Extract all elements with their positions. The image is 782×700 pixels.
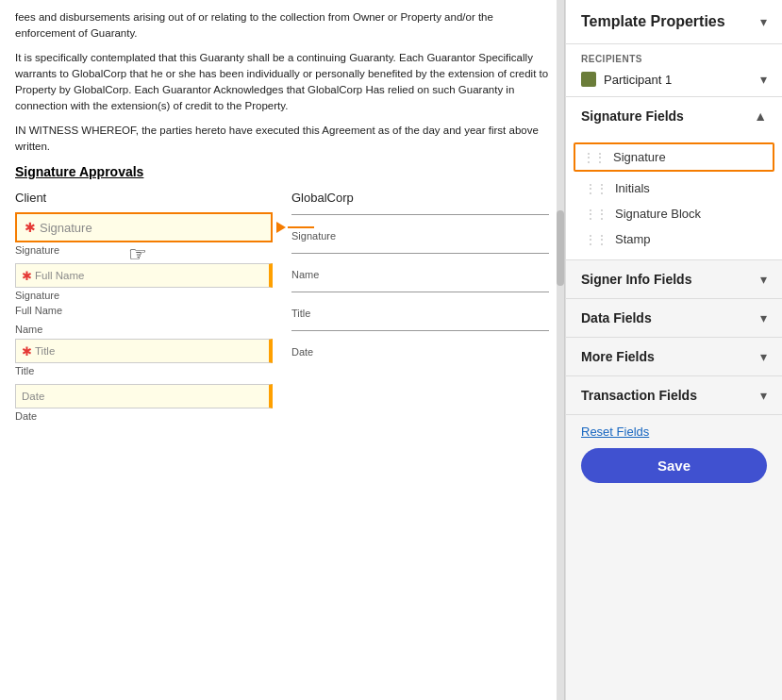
signer-info-header[interactable]: Signer Info Fields ▾ xyxy=(566,260,782,298)
asterisk-icon: ✱ xyxy=(25,220,36,235)
document-area: fees and disbursements arising out of or… xyxy=(0,0,565,700)
right-date-field xyxy=(291,328,549,331)
drag-handle-signature-block: ⋮⋮ xyxy=(585,208,607,221)
right-title-label: Title xyxy=(291,308,549,319)
signer-info-title: Signer Info Fields xyxy=(581,272,691,287)
data-fields-panel: Data Fields ▾ xyxy=(566,299,782,338)
section-title: Signature Approvals xyxy=(15,164,549,179)
data-fields-header[interactable]: Data Fields ▾ xyxy=(566,299,782,337)
doc-paragraph-1: fees and disbursements arising out of or… xyxy=(15,9,549,155)
recipient-color-swatch xyxy=(581,72,596,87)
signer-info-panel: Signer Info Fields ▾ xyxy=(566,260,782,299)
signer-info-chevron[interactable]: ▾ xyxy=(760,272,767,287)
recipient-chevron-icon[interactable]: ▾ xyxy=(760,72,767,87)
more-fields-panel: More Fields ▾ xyxy=(566,338,782,376)
data-fields-chevron[interactable]: ▾ xyxy=(760,310,767,325)
signature-fields-panel: Signature Fields ▲ ⋮⋮ Signature ⋮⋮ Initi… xyxy=(566,97,782,260)
right-sig-field xyxy=(291,212,549,215)
date-field[interactable]: Date xyxy=(15,384,273,408)
date-label: Date xyxy=(15,410,273,422)
recipient-info: Participant 1 xyxy=(581,72,672,87)
transaction-fields-chevron[interactable]: ▾ xyxy=(760,388,767,403)
name-label: Name xyxy=(15,324,273,335)
panel-header: Template Properties ▾ xyxy=(566,0,782,44)
recipient-name: Participant 1 xyxy=(604,73,672,87)
data-fields-title: Data Fields xyxy=(581,310,652,325)
transaction-fields-panel: Transaction Fields ▾ xyxy=(566,376,782,415)
sig-label-signature-block: Signature Block xyxy=(615,207,701,221)
drag-handle-signature: ⋮⋮ xyxy=(583,151,606,164)
right-name-field xyxy=(291,251,549,254)
more-fields-title: More Fields xyxy=(581,349,655,364)
right-sig-label: Signature xyxy=(291,230,549,242)
signature-placeholder: Signature xyxy=(40,221,92,235)
transaction-fields-header[interactable]: Transaction Fields ▾ xyxy=(566,376,782,414)
title-label: Title xyxy=(15,365,273,376)
recipients-label: RECIPIENTS xyxy=(581,54,767,64)
client-column: Client ✱ Signature ☞ Si xyxy=(15,191,273,429)
panel-chevron-icon[interactable]: ▾ xyxy=(760,14,767,29)
fullname-sub-label: Full Name xyxy=(15,305,273,316)
fullname-label: Signature xyxy=(15,290,273,301)
date-field-group: Date Date xyxy=(15,384,273,422)
date-placeholder: Date xyxy=(22,391,44,402)
globalcorp-col-header: GlobalCorp xyxy=(291,191,549,205)
signature-field-group: ✱ Signature ☞ Signature xyxy=(15,212,273,256)
right-panel: Template Properties ▾ RECIPIENTS Partici… xyxy=(565,0,782,700)
signature-fields-content: ⋮⋮ Signature ⋮⋮ Initials ⋮⋮ Signature Bl… xyxy=(566,135,782,259)
right-col-fields: Signature Name Title Date xyxy=(291,212,549,358)
signature-fields-header[interactable]: Signature Fields ▲ xyxy=(566,97,782,135)
title-asterisk: ✱ xyxy=(22,344,32,358)
fullname-asterisk: ✱ xyxy=(22,269,32,283)
scroll-thumb[interactable] xyxy=(557,210,564,286)
recipient-row[interactable]: Participant 1 ▾ xyxy=(581,72,767,87)
fullname-placeholder: Full Name xyxy=(35,270,84,281)
right-date-label: Date xyxy=(291,346,549,358)
drag-handle-stamp: ⋮⋮ xyxy=(585,233,607,246)
sig-item-signature-block[interactable]: ⋮⋮ Signature Block xyxy=(566,201,782,226)
globalcorp-column: GlobalCorp Signature Name Title Date xyxy=(291,191,549,429)
panel-title: Template Properties xyxy=(581,13,725,30)
recipients-section: RECIPIENTS Participant 1 ▾ xyxy=(566,44,782,97)
sig-field-label: Signature xyxy=(15,244,273,256)
sig-label-stamp: Stamp xyxy=(615,232,651,246)
title-placeholder: Title xyxy=(35,345,55,357)
reset-fields-link[interactable]: Reset Fields xyxy=(581,425,767,439)
title-field[interactable]: ✱ Title xyxy=(15,339,273,363)
more-fields-header[interactable]: More Fields ▾ xyxy=(566,338,782,375)
arrow-connector xyxy=(276,222,314,233)
transaction-fields-title: Transaction Fields xyxy=(581,388,697,403)
fullname-field[interactable]: ✱ Full Name xyxy=(15,263,273,288)
right-name-label: Name xyxy=(291,269,549,280)
sig-item-initials[interactable]: ⋮⋮ Initials xyxy=(566,175,782,201)
fullname-field-group: ✱ Full Name Signature Full Name xyxy=(15,263,273,316)
sig-item-signature-active[interactable]: ⋮⋮ Signature xyxy=(574,142,774,172)
name-field-group: Name ✱ Title Title xyxy=(15,324,273,376)
signature-field-wrapper: ✱ Signature ☞ xyxy=(15,212,273,242)
signature-highlight-field[interactable]: ✱ Signature xyxy=(15,212,273,242)
right-title-field xyxy=(291,290,549,292)
drag-handle-initials: ⋮⋮ xyxy=(585,182,607,195)
save-button[interactable]: Save xyxy=(581,448,767,483)
scroll-bar[interactable] xyxy=(557,0,564,700)
more-fields-chevron[interactable]: ▾ xyxy=(760,349,767,364)
sig-label-signature: Signature xyxy=(613,150,666,164)
panel-footer: Reset Fields Save xyxy=(566,415,782,496)
client-col-header: Client xyxy=(15,191,273,205)
sig-item-stamp[interactable]: ⋮⋮ Stamp xyxy=(566,226,782,252)
signature-fields-chevron[interactable]: ▲ xyxy=(754,108,767,124)
signature-columns: Client ✱ Signature ☞ Si xyxy=(15,191,549,429)
sig-label-initials: Initials xyxy=(615,181,650,195)
signature-fields-title: Signature Fields xyxy=(581,108,684,124)
